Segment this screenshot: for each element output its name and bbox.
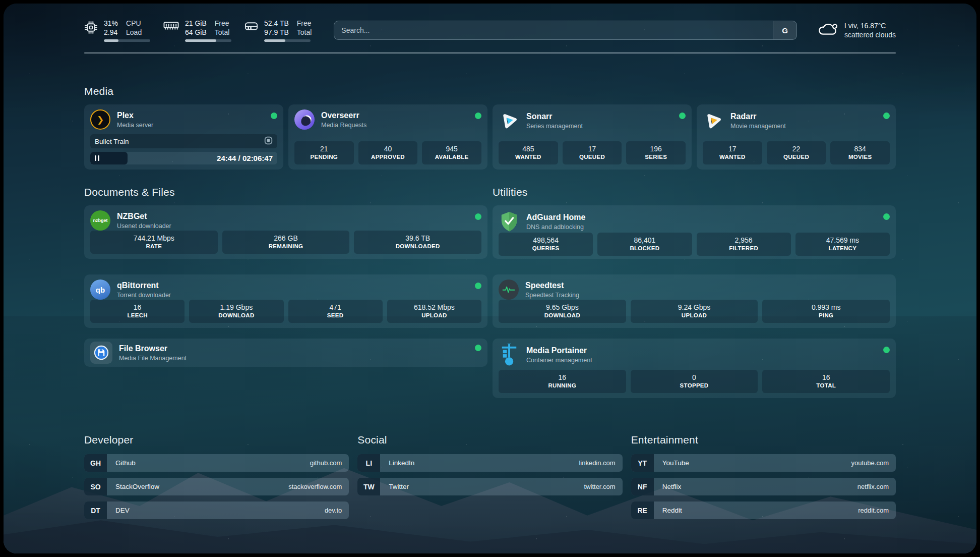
app-title: Plex	[117, 110, 264, 121]
stat-upload: 9.24 Gbps UPLOAD	[631, 300, 758, 323]
status-dot	[271, 113, 277, 119]
nzbget-card[interactable]: nzbget NZBGet Usenet downloader 744.21 M…	[84, 205, 487, 259]
status-dot	[475, 113, 481, 119]
social-section: Social LI LinkedIn linkedin.com TW Twitt…	[357, 434, 622, 525]
link-url: reddit.com	[858, 507, 889, 514]
link-stackoverflow[interactable]: SO StackOverflow stackoverflow.com	[84, 478, 349, 495]
link-name: Reddit	[662, 507, 859, 514]
status-dot	[883, 113, 890, 119]
cpu-label-1: CPU	[126, 19, 142, 28]
stat-remaining: 266 GB REMAINING	[222, 231, 350, 254]
app-title: NZBGet	[117, 211, 468, 221]
status-dot	[679, 113, 686, 119]
link-github[interactable]: GH Github github.com	[84, 454, 349, 472]
stat-rate: 744.21 Mbps RATE	[90, 231, 218, 254]
cpu-usage: 31%	[104, 19, 118, 28]
app-title: Radarr	[730, 112, 877, 122]
radarr-card[interactable]: Radarr Movie management 17 WANTED 22 QUE…	[697, 104, 896, 170]
disk-icon	[244, 21, 258, 32]
link-abbr: YT	[631, 454, 654, 472]
entertainment-section: Entertainment YT YouTube youtube.com NF …	[631, 434, 896, 525]
link-name: YouTube	[662, 459, 851, 467]
stat-queries: 498,564 QUERIES	[499, 233, 593, 256]
stat-pending: 21 PENDING	[294, 141, 354, 164]
app-subtitle: Container management	[526, 356, 877, 364]
link-url: netflix.com	[858, 483, 889, 490]
ram-total: 64 GiB	[185, 28, 207, 37]
speedtest-card[interactable]: Speedtest Speedtest Tracking 9.65 Gbps D…	[493, 274, 896, 328]
plex-card[interactable]: ❯ Plex Media server Bullet Train	[84, 104, 283, 170]
link-abbr: GH	[84, 454, 107, 472]
radarr-icon	[703, 109, 724, 132]
utilities-section: Utilities AdGuard Home DNS and	[493, 186, 896, 398]
disk-free: 52.4 TB	[264, 19, 289, 28]
link-url: dev.to	[325, 507, 342, 514]
nzbget-icon: nzbget	[90, 210, 110, 231]
link-netflix[interactable]: NF Netflix netflix.com	[631, 478, 896, 495]
search-engine-button[interactable]: G	[773, 21, 797, 39]
app-title: AdGuard Home	[526, 212, 877, 222]
disk-label-2: Total	[297, 28, 312, 37]
adguard-card[interactable]: AdGuard Home DNS and adblocking 498,564 …	[493, 205, 896, 259]
app-subtitle: Series management	[526, 122, 672, 130]
app-subtitle: DNS and adblocking	[526, 223, 877, 231]
app-subtitle: Media Requests	[321, 121, 468, 129]
ram-stat: 21 GiB 64 GiB Free Total	[163, 19, 231, 42]
ram-icon	[163, 21, 179, 31]
link-name: Netflix	[662, 483, 858, 490]
filebrowser-icon	[90, 342, 112, 364]
link-youtube[interactable]: YT YouTube youtube.com	[631, 454, 896, 472]
dashboard-screen: 31% 2.94 CPU Load	[4, 4, 976, 553]
link-url: twitter.com	[584, 483, 616, 490]
weather-widget[interactable]: Lviv, 16.87°C scattered clouds	[817, 21, 896, 39]
topbar: 31% 2.94 CPU Load	[84, 19, 896, 42]
stat-upload: 618.52 Mbps UPLOAD	[387, 300, 481, 323]
stat-available: 945 AVAILABLE	[422, 141, 481, 164]
disk-stat: 52.4 TB 97.9 TB Free Total	[244, 19, 312, 42]
link-url: youtube.com	[851, 459, 889, 467]
search-input[interactable]	[334, 21, 773, 39]
stat-stopped: 0 STOPPED	[631, 370, 758, 393]
now-playing-title: Bullet Train	[95, 138, 264, 145]
ram-free: 21 GiB	[185, 19, 207, 28]
link-dev[interactable]: DT DEV dev.to	[84, 502, 349, 519]
documents-section: Documents & Files nzbget NZBGet Usenet d…	[84, 186, 487, 398]
stat-wanted: 17 WANTED	[703, 141, 762, 164]
link-url: stackoverflow.com	[288, 483, 342, 490]
cpu-progress	[104, 39, 150, 42]
link-reddit[interactable]: RE Reddit reddit.com	[631, 502, 896, 519]
stat-leech: 16 LEECH	[90, 300, 185, 323]
portainer-card[interactable]: Media Portainer Container management 16 …	[493, 339, 896, 398]
link-abbr: DT	[84, 502, 107, 519]
ram-progress	[185, 39, 231, 42]
link-name: DEV	[115, 507, 325, 514]
status-dot	[475, 213, 481, 220]
qbittorrent-card[interactable]: qb qBittorrent Torrent downloader 16 LEE…	[84, 274, 487, 328]
link-url: github.com	[310, 459, 342, 467]
ram-label-1: Free	[215, 19, 230, 28]
app-subtitle: Media File Management	[119, 354, 468, 362]
link-name: Github	[115, 459, 310, 467]
link-abbr: LI	[357, 454, 380, 472]
stat-queued: 17 QUEUED	[563, 141, 622, 164]
stat-movies: 834 MOVIES	[830, 141, 890, 164]
adguard-icon	[499, 210, 520, 233]
link-name: LinkedIn	[389, 459, 579, 467]
playback-time: 24:44 / 02:06:47	[217, 154, 273, 162]
stat-download: 9.65 Gbps DOWNLOAD	[499, 300, 626, 323]
pause-icon[interactable]	[95, 155, 99, 161]
link-linkedin[interactable]: LI LinkedIn linkedin.com	[357, 454, 622, 472]
filebrowser-card[interactable]: File Browser Media File Management	[84, 339, 487, 367]
plex-progress-bar[interactable]: 24:44 / 02:06:47	[90, 152, 277, 164]
cast-icon[interactable]	[264, 136, 273, 146]
app-subtitle: Media server	[117, 121, 264, 129]
stat-downloaded: 39.6 TB DOWNLOADED	[354, 231, 481, 254]
link-twitter[interactable]: TW Twitter twitter.com	[357, 478, 622, 495]
link-url: linkedin.com	[579, 459, 615, 467]
overseerr-card[interactable]: Overseerr Media Requests 21 PENDING 40 A…	[288, 104, 487, 170]
app-title: Overseerr	[321, 110, 468, 121]
stat-blocked: 86,401 BLOCKED	[597, 233, 692, 256]
app-title: Speedtest	[525, 281, 890, 291]
ram-label-2: Total	[215, 28, 230, 37]
sonarr-card[interactable]: Sonarr Series management 485 WANTED 17 Q…	[493, 104, 692, 170]
